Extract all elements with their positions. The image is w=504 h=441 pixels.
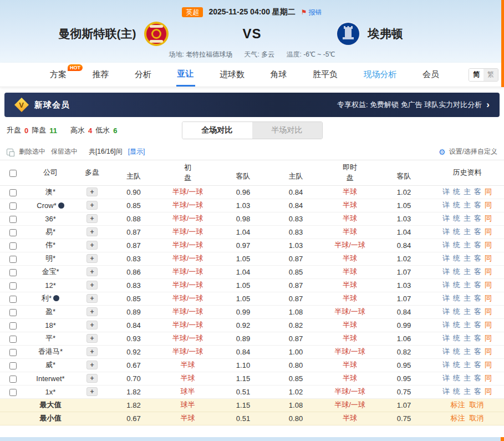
history-link-4[interactable]: 客: [474, 347, 481, 356]
multi-odds-button[interactable]: +: [86, 267, 98, 276]
row-checkbox[interactable]: [9, 282, 17, 290]
lang-traditional-button[interactable]: 繁: [483, 69, 498, 81]
tab-jiaoqiu[interactable]: 角球: [269, 63, 288, 87]
history-link-2[interactable]: 统: [453, 267, 460, 276]
history-link-5[interactable]: 同: [485, 387, 492, 396]
history-link-3[interactable]: 主: [464, 201, 471, 209]
row-checkbox[interactable]: [9, 309, 17, 316]
history-link-3[interactable]: 主: [464, 361, 471, 369]
history-link-4[interactable]: 客: [474, 321, 481, 329]
history-link-5[interactable]: 同: [485, 227, 492, 236]
history-link-2[interactable]: 统: [453, 361, 460, 369]
tab-huiyuan[interactable]: 会员: [421, 63, 440, 87]
row-checkbox[interactable]: [9, 269, 17, 276]
tab-fenxi[interactable]: 分析: [134, 63, 152, 87]
history-link-4[interactable]: 客: [474, 374, 481, 382]
history-link-4[interactable]: 客: [474, 254, 481, 262]
history-link-2[interactable]: 统: [453, 241, 460, 249]
row-checkbox[interactable]: [9, 336, 17, 343]
history-link-1[interactable]: 详: [442, 187, 450, 196]
history-link-3[interactable]: 主: [464, 374, 471, 382]
multi-odds-button[interactable]: +: [86, 254, 98, 263]
history-link-4[interactable]: 客: [474, 334, 481, 342]
history-link-5[interactable]: 同: [485, 201, 492, 209]
mark-link[interactable]: 标注: [451, 414, 465, 422]
history-link-2[interactable]: 统: [453, 387, 460, 396]
history-link-3[interactable]: 主: [464, 294, 471, 302]
history-link-3[interactable]: 主: [464, 321, 471, 329]
show-link[interactable]: [显示]: [128, 147, 145, 156]
history-link-5[interactable]: 同: [485, 321, 492, 329]
history-link-1[interactable]: 详: [442, 281, 450, 289]
multi-odds-button[interactable]: +: [86, 187, 98, 196]
history-link-5[interactable]: 同: [485, 281, 492, 289]
row-checkbox[interactable]: [9, 229, 17, 236]
multi-odds-button[interactable]: +: [86, 334, 98, 343]
history-link-2[interactable]: 统: [453, 227, 460, 236]
history-link-4[interactable]: 客: [474, 307, 481, 316]
history-link-1[interactable]: 详: [442, 374, 450, 382]
history-link-4[interactable]: 客: [474, 227, 481, 236]
multi-odds-button[interactable]: +: [86, 321, 98, 330]
history-link-3[interactable]: 主: [464, 307, 471, 316]
history-link-5[interactable]: 同: [485, 347, 492, 356]
multi-odds-button[interactable]: +: [86, 307, 98, 316]
cancel-link[interactable]: 取消: [470, 414, 484, 422]
report-error-link[interactable]: ⚑ 报错: [301, 8, 322, 17]
tab-yarang[interactable]: 亚让: [176, 63, 195, 87]
history-link-5[interactable]: 同: [485, 334, 492, 342]
multi-odds-button[interactable]: +: [86, 374, 98, 383]
multi-odds-button[interactable]: +: [86, 281, 98, 290]
history-link-3[interactable]: 主: [464, 267, 471, 276]
history-link-2[interactable]: 统: [453, 347, 460, 356]
history-link-2[interactable]: 统: [453, 201, 460, 209]
half-match-compare-tab[interactable]: 半场对比: [252, 122, 322, 139]
mark-link[interactable]: 标注: [451, 401, 465, 409]
multi-odds-button[interactable]: +: [86, 227, 98, 236]
promo-benefits[interactable]: 专享权益: 免费解锁 免广告 球队实力对比分析 ›: [337, 99, 490, 110]
keep-selected-button[interactable]: 保留选中: [51, 147, 78, 156]
multi-odds-button[interactable]: +: [86, 347, 98, 356]
history-link-1[interactable]: 详: [442, 254, 450, 262]
history-link-1[interactable]: 详: [442, 347, 450, 356]
history-link-5[interactable]: 同: [485, 361, 492, 369]
history-link-2[interactable]: 统: [453, 294, 460, 302]
history-link-3[interactable]: 主: [464, 254, 471, 262]
history-link-2[interactable]: 统: [453, 254, 460, 262]
row-checkbox[interactable]: [9, 242, 17, 250]
history-link-4[interactable]: 客: [474, 361, 481, 369]
history-link-2[interactable]: 统: [453, 321, 460, 329]
history-link-3[interactable]: 主: [464, 187, 471, 196]
history-link-5[interactable]: 同: [485, 267, 492, 276]
cancel-link[interactable]: 取消: [470, 401, 484, 409]
history-link-2[interactable]: 统: [453, 334, 460, 342]
history-link-5[interactable]: 同: [485, 214, 492, 222]
history-link-4[interactable]: 客: [474, 187, 481, 196]
history-link-1[interactable]: 详: [442, 227, 450, 236]
history-link-1[interactable]: 详: [442, 307, 450, 316]
history-link-2[interactable]: 统: [453, 214, 460, 222]
tab-tuijian[interactable]: 推荐: [91, 63, 110, 87]
history-link-1[interactable]: 详: [442, 214, 450, 222]
history-link-4[interactable]: 客: [474, 294, 481, 302]
history-link-1[interactable]: 详: [442, 321, 450, 329]
history-link-3[interactable]: 主: [464, 334, 471, 342]
history-link-1[interactable]: 详: [442, 267, 450, 276]
multi-odds-button[interactable]: +: [86, 214, 98, 223]
history-link-4[interactable]: 客: [474, 267, 481, 276]
multi-odds-button[interactable]: +: [86, 387, 98, 396]
history-link-1[interactable]: 详: [442, 241, 450, 249]
history-link-3[interactable]: 主: [464, 214, 471, 222]
tab-xianchangfenxi[interactable]: 现场分析: [363, 63, 398, 87]
history-link-1[interactable]: 详: [442, 361, 450, 369]
history-link-4[interactable]: 客: [474, 241, 481, 249]
history-link-2[interactable]: 统: [453, 307, 460, 316]
history-link-1[interactable]: 详: [442, 387, 450, 396]
history-link-3[interactable]: 主: [464, 347, 471, 356]
lang-simplified-button[interactable]: 简: [469, 69, 483, 81]
row-checkbox[interactable]: [9, 202, 17, 210]
history-link-3[interactable]: 主: [464, 281, 471, 289]
row-checkbox[interactable]: [9, 376, 17, 383]
multi-odds-button[interactable]: +: [86, 241, 98, 250]
history-link-3[interactable]: 主: [464, 387, 471, 396]
